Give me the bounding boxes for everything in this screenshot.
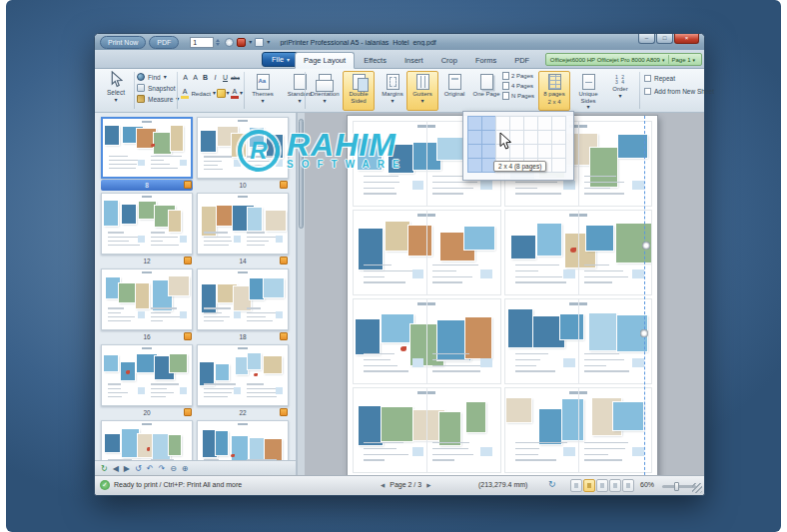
tool-find[interactable]: Find▾ (137, 73, 179, 81)
italic-icon[interactable]: I (211, 73, 220, 84)
order-button[interactable]: 1 2 3 4 Order ▾ (606, 71, 634, 111)
grid-cell[interactable] (467, 130, 482, 145)
copies-spinner[interactable] (216, 39, 220, 46)
thumbnail-page[interactable]: 14 (197, 193, 289, 266)
ribbon-button-one-page[interactable]: One Page (470, 71, 502, 111)
font-color-icon[interactable]: A (231, 87, 239, 99)
sheet-page[interactable] (353, 298, 501, 384)
select-button[interactable]: Select ▾ (101, 71, 131, 103)
new-page-icon[interactable] (255, 38, 264, 47)
grid-cell[interactable] (509, 116, 524, 131)
refresh-icon[interactable]: ↻ (101, 464, 108, 473)
bold-icon[interactable]: B (201, 73, 210, 84)
unique-sides-button[interactable]: Unique Sides ▾ (572, 71, 604, 111)
font-increase-icon[interactable]: A (181, 73, 190, 84)
zoom-out-icon[interactable]: ⊖ (170, 464, 177, 473)
zoom-in-icon[interactable]: ⊕ (182, 464, 189, 473)
ribbon-button-margins[interactable]: Margins▾ (377, 71, 408, 111)
font-decrease-icon[interactable]: A (191, 73, 200, 84)
vertical-scrollbar[interactable] (297, 113, 305, 475)
view-mode-continuous-icon[interactable] (596, 479, 608, 492)
ribbon-button-double-sided[interactable]: Double Sided (343, 71, 375, 111)
spinner-down-icon[interactable] (216, 43, 220, 46)
pages-option-n-pages[interactable]: N Pages (502, 92, 536, 100)
maximize-button[interactable]: □ (656, 34, 673, 44)
strikethrough-icon[interactable]: abc (231, 73, 240, 84)
grid-cell[interactable] (537, 144, 552, 159)
pdf-export-icon[interactable] (237, 38, 246, 47)
record-icon[interactable] (225, 38, 234, 47)
previous-page-button[interactable]: ◀ (381, 482, 385, 488)
scrollbar-thumb[interactable] (299, 119, 304, 229)
page-selector[interactable]: Page 1 (671, 57, 690, 63)
next-page-button[interactable]: ▶ (426, 482, 430, 488)
grid-cell[interactable] (551, 144, 566, 159)
spinner-up-icon[interactable] (216, 39, 220, 42)
thumbnail-page[interactable]: 24 (101, 420, 193, 460)
tab-insert[interactable]: Insert (395, 52, 432, 69)
grid-cell[interactable] (481, 116, 496, 131)
themes-button[interactable]: Themes ▾ (247, 71, 279, 111)
tool-snapshot[interactable]: Snapshot (137, 84, 179, 92)
grid-cell[interactable] (551, 116, 566, 131)
chevron-down-icon[interactable]: ▾ (249, 39, 252, 45)
tool-measure[interactable]: Measure▾ (137, 95, 179, 103)
grid-cell[interactable] (523, 116, 538, 131)
tab-pdf[interactable]: PDF (505, 52, 538, 69)
chevron-down-icon[interactable]: ▾ (227, 90, 230, 96)
sheet-page[interactable] (504, 210, 653, 295)
redact-button[interactable]: Redact (191, 90, 211, 97)
rotate-view-icon[interactable]: ↻ (548, 479, 556, 489)
view-mode-facing-icon[interactable] (583, 479, 595, 492)
resize-grip[interactable] (692, 483, 702, 493)
thumbnail-page[interactable]: 16 (101, 268, 193, 342)
thumbnail-page[interactable]: 22 (197, 344, 289, 418)
rotate-left-icon[interactable]: ↺ (135, 464, 142, 473)
view-mode-grid-icon[interactable] (609, 479, 621, 492)
pages-option-4-pages[interactable]: 4 Pages (502, 82, 536, 90)
chevron-down-icon[interactable]: ▾ (662, 57, 665, 63)
chevron-down-icon[interactable]: ▾ (692, 57, 695, 63)
minimize-button[interactable]: – (638, 34, 655, 44)
zoom-slider[interactable] (662, 485, 696, 488)
chevron-down-icon[interactable]: ▾ (267, 39, 270, 45)
zoom-slider-thumb[interactable] (674, 482, 679, 491)
tab-forms[interactable]: Forms (466, 52, 505, 69)
checkbox-repeat[interactable]: Repeat (644, 75, 714, 82)
tab-effects[interactable]: Effects (355, 52, 395, 69)
view-mode-book-icon[interactable] (622, 479, 634, 492)
marker-pen-icon[interactable] (217, 89, 226, 98)
grid-cell[interactable] (523, 144, 538, 159)
grid-cell[interactable] (467, 158, 482, 173)
grid-cell[interactable] (523, 130, 538, 145)
eight-pages-button[interactable]: 8 pages 2 x 4 (538, 71, 570, 111)
grid-cell[interactable] (537, 116, 552, 131)
grid-cell[interactable] (481, 144, 496, 159)
highlight-icon[interactable]: A (181, 87, 189, 99)
underline-icon[interactable]: U (221, 73, 230, 84)
thumbnail-page[interactable]: 8 (101, 117, 193, 191)
chevron-down-icon[interactable]: ▾ (240, 90, 243, 96)
grid-cell[interactable] (495, 116, 510, 131)
rotate-right-icon[interactable]: ↷ (158, 464, 165, 473)
print-now-button[interactable]: Print Now (100, 36, 146, 49)
rotate-180-icon[interactable]: ↶ (147, 464, 154, 473)
thumbnail-page[interactable]: 10 (197, 117, 289, 191)
grid-cell[interactable] (551, 130, 566, 145)
sheet-page[interactable] (504, 298, 653, 384)
next-page-icon[interactable]: ▶ (124, 464, 130, 473)
ribbon-button-original[interactable]: Original (438, 71, 470, 111)
thumbnail-page[interactable]: 18 (197, 268, 289, 342)
ribbon-button-gutters[interactable]: Gutters▾ (406, 71, 438, 111)
tab-page-layout[interactable]: Page Layout (295, 52, 355, 69)
grid-cell[interactable] (481, 130, 496, 145)
grid-cell[interactable] (537, 130, 552, 145)
sheet-page[interactable] (353, 387, 501, 473)
view-mode-single-icon[interactable] (570, 479, 582, 492)
grid-cell[interactable] (467, 116, 482, 131)
checkbox-add-from-new-sheet[interactable]: Add from New Sheet (644, 88, 714, 95)
pdf-button[interactable]: PDF (149, 36, 179, 49)
thumbnail-page[interactable]: 26 (197, 420, 289, 460)
sheet-page[interactable] (353, 210, 501, 295)
prev-page-icon[interactable]: ◀ (113, 464, 119, 473)
